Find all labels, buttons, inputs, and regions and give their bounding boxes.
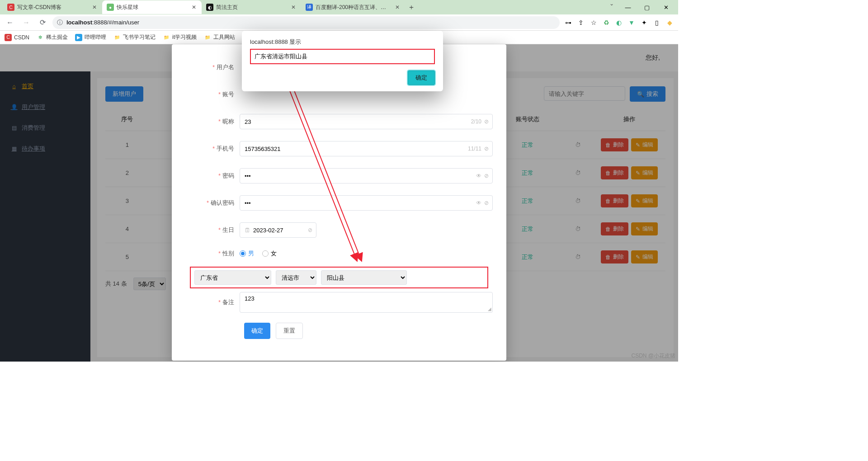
tab-happy-planet[interactable]: ● 快乐星球 ✕ xyxy=(102,0,202,14)
reset-button[interactable]: 重置 xyxy=(276,323,303,339)
label-remark: 备注 xyxy=(185,298,240,306)
input-remark[interactable]: 123 ◢ xyxy=(240,292,493,313)
address-bar: ← → ⟳ ⓘ localhost:8888/#/main/user ⊶ ⇪ ☆… xyxy=(0,14,678,31)
puzzle-icon[interactable]: ✦ xyxy=(639,18,649,28)
bookmark-bilibili[interactable]: ▶哔哩哔哩 xyxy=(75,33,106,41)
ext-icon-1[interactable]: ◐ xyxy=(614,18,624,28)
tab-title: 快乐星球 xyxy=(117,4,188,11)
tab-baidu-translate[interactable]: 译 百度翻译-200种语言互译、沟通… ✕ xyxy=(301,0,405,14)
input-confirm-password[interactable]: ••• 👁⊘ xyxy=(240,195,493,211)
calendar-icon: 🗓 xyxy=(245,227,250,234)
csdn-icon: C xyxy=(5,34,12,41)
close-icon[interactable]: ✕ xyxy=(394,4,401,10)
input-phone[interactable]: 15735635321 11/11⊘ xyxy=(240,141,493,156)
star-icon[interactable]: ☆ xyxy=(589,18,599,28)
close-window-button[interactable]: ✕ xyxy=(656,0,675,14)
js-alert-dialog: localhost:8888 显示 广东省清远市阳山县 确定 xyxy=(242,31,443,91)
bilibili-icon: ▶ xyxy=(75,34,82,41)
check-circle-icon: ⊘ xyxy=(484,200,489,206)
bookmark-tools[interactable]: 📁工具网站 xyxy=(204,33,235,41)
bookmark-feishu[interactable]: 📁飞书学习笔记 xyxy=(113,33,156,41)
folder-icon: 📁 xyxy=(113,34,121,41)
user-form-modal: 用户名 账号 昵称 23 2/10⊘ 手机号 15735635321 11/11… xyxy=(172,44,506,361)
bookmark-juejin[interactable]: ❇稀土掘金 xyxy=(37,33,68,41)
toolbar-right: ⊶ ⇪ ☆ ♻ ◐ ▼ ✦ ▯ ◆ xyxy=(563,18,675,28)
select-province[interactable]: 广东省 xyxy=(194,270,271,285)
jianfa-favicon: ◐ xyxy=(206,4,213,11)
label-gender: 性别 xyxy=(185,249,240,258)
tab-title: 简法主页 xyxy=(216,4,288,11)
folder-icon: 📁 xyxy=(204,34,211,41)
maximize-button[interactable]: ▢ xyxy=(637,0,656,14)
tab-csdn[interactable]: C 写文章-CSDN博客 ✕ xyxy=(3,0,102,14)
select-county[interactable]: 阳山县 xyxy=(321,270,407,285)
region-cascader: 广东省 清远市 阳山县 xyxy=(190,267,488,288)
csdn-favicon: C xyxy=(7,4,14,11)
recycle-icon[interactable]: ♻ xyxy=(601,18,611,28)
url-text: localhost:8888/#/main/user xyxy=(66,19,139,26)
key-icon[interactable]: ⊶ xyxy=(563,18,573,28)
watermark: CSDN @小花皮猪 xyxy=(631,352,675,360)
bookmark-csdn[interactable]: CCSDN xyxy=(5,34,29,41)
window-controls: ⌄ — ▢ ✕ xyxy=(605,0,675,14)
forward-button[interactable]: → xyxy=(20,16,33,29)
juejin-icon: ❇ xyxy=(37,34,44,41)
input-birthday[interactable]: 🗓 2023-02-27 ⊘ xyxy=(240,222,316,238)
close-icon[interactable]: ✕ xyxy=(91,4,98,10)
alert-title: localhost:8888 显示 xyxy=(250,38,435,46)
tab-jianfa[interactable]: ◐ 简法主页 ✕ xyxy=(202,0,301,14)
label-phone: 手机号 xyxy=(185,145,240,153)
globe-favicon: ● xyxy=(107,4,114,11)
input-password[interactable]: ••• 👁⊘ xyxy=(240,168,493,183)
resize-handle-icon[interactable]: ◢ xyxy=(488,306,491,311)
close-icon[interactable]: ✕ xyxy=(191,4,197,10)
radio-female[interactable]: 女 xyxy=(262,249,277,258)
check-circle-icon: ⊘ xyxy=(484,146,489,152)
page: 您好, ⌂首页 👤用户管理 ▤消费管理 ▦待办事项 新增用户 🔍搜索 序号 用户… xyxy=(0,44,678,362)
eye-icon[interactable]: 👁 xyxy=(476,173,481,179)
info-icon: ⓘ xyxy=(57,19,63,27)
alert-ok-button[interactable]: 确定 xyxy=(408,71,435,85)
folder-icon: 📁 xyxy=(163,34,170,41)
tabs-dropdown-icon[interactable]: ⌄ xyxy=(605,0,618,14)
vue-icon[interactable]: ▼ xyxy=(627,18,637,28)
label-username: 用户名 xyxy=(185,63,240,71)
label-password: 密码 xyxy=(185,172,240,180)
new-tab-button[interactable]: ＋ xyxy=(405,3,418,12)
reload-button[interactable]: ⟳ xyxy=(36,16,49,29)
minimize-button[interactable]: — xyxy=(618,0,637,14)
tab-title: 写文章-CSDN博客 xyxy=(17,4,89,11)
input-nickname[interactable]: 23 2/10⊘ xyxy=(240,114,493,129)
url-input[interactable]: ⓘ localhost:8888/#/main/user xyxy=(52,16,560,29)
back-button[interactable]: ← xyxy=(4,16,16,29)
radio-off-icon xyxy=(262,250,269,257)
radio-male[interactable]: 男 xyxy=(240,249,254,258)
bookmark-it-video[interactable]: 📁it学习视频 xyxy=(163,33,197,41)
select-city[interactable]: 清远市 xyxy=(276,270,316,285)
check-circle-icon: ⊘ xyxy=(308,227,312,233)
label-account: 账号 xyxy=(185,90,240,99)
submit-button[interactable]: 确定 xyxy=(244,323,270,339)
ext-icon-2[interactable]: ◆ xyxy=(665,18,675,28)
tab-title: 百度翻译-200种语言互译、沟通… xyxy=(316,4,392,11)
modal-footer: 确定 重置 xyxy=(244,323,493,339)
label-birthday: 生日 xyxy=(185,226,240,234)
translate-favicon: 译 xyxy=(306,4,313,11)
check-circle-icon: ⊘ xyxy=(484,173,489,179)
eye-icon[interactable]: 👁 xyxy=(476,200,481,206)
panel-icon[interactable]: ▯ xyxy=(652,18,662,28)
share-icon[interactable]: ⇪ xyxy=(576,18,586,28)
label-nickname: 昵称 xyxy=(185,118,240,126)
tabs-bar: C 写文章-CSDN博客 ✕ ● 快乐星球 ✕ ◐ 简法主页 ✕ 译 百度翻译-… xyxy=(0,0,678,14)
alert-message: 广东省清远市阳山县 xyxy=(250,49,435,64)
radio-on-icon xyxy=(240,250,246,257)
check-circle-icon: ⊘ xyxy=(484,118,489,125)
gender-radio-group: 男 女 xyxy=(240,249,277,258)
char-count: 2/10 xyxy=(471,118,481,125)
label-confirm: 确认密码 xyxy=(185,199,240,207)
char-count: 11/11 xyxy=(468,146,481,152)
close-icon[interactable]: ✕ xyxy=(290,4,297,10)
